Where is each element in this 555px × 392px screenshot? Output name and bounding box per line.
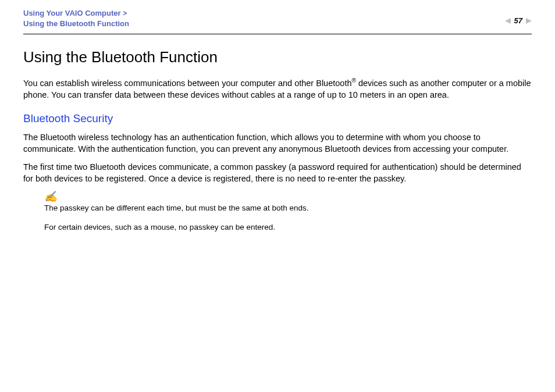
note-block: ✍ The passkey can be different each time… [44, 191, 532, 232]
note-line-1: The passkey can be different each time, … [44, 203, 532, 213]
breadcrumb-section[interactable]: Using Your VAIO Computer [23, 9, 123, 17]
page-number: 57 [513, 16, 524, 25]
breadcrumb-line-1: Using Your VAIO Computer > [23, 8, 129, 19]
breadcrumb-current[interactable]: Using the Bluetooth Function [23, 19, 129, 29]
main-content: Using the Bluetooth Function You can est… [0, 34, 555, 232]
prev-page-icon[interactable] [505, 18, 511, 24]
page-header: Using Your VAIO Computer > Using the Blu… [0, 0, 555, 34]
section-heading: Bluetooth Security [23, 111, 532, 126]
note-icon: ✍ [44, 191, 532, 202]
security-paragraph-2: The first time two Bluetooth devices com… [23, 162, 532, 184]
security-paragraph-1: The Bluetooth wireless technology has an… [23, 132, 532, 155]
next-page-icon[interactable] [526, 18, 532, 24]
intro-paragraph: You can establish wireless communication… [23, 77, 532, 101]
page-title: Using the Bluetooth Function [23, 47, 532, 67]
note-line-2: For certain devices, such as a mouse, no… [44, 222, 532, 233]
intro-text-1: You can establish wireless communication… [23, 79, 351, 88]
breadcrumb: Using Your VAIO Computer > Using the Blu… [23, 8, 129, 29]
chevron-right-icon: > [123, 9, 127, 17]
registered-mark-icon: ® [351, 77, 355, 84]
page-navigation: 57 [505, 16, 532, 25]
